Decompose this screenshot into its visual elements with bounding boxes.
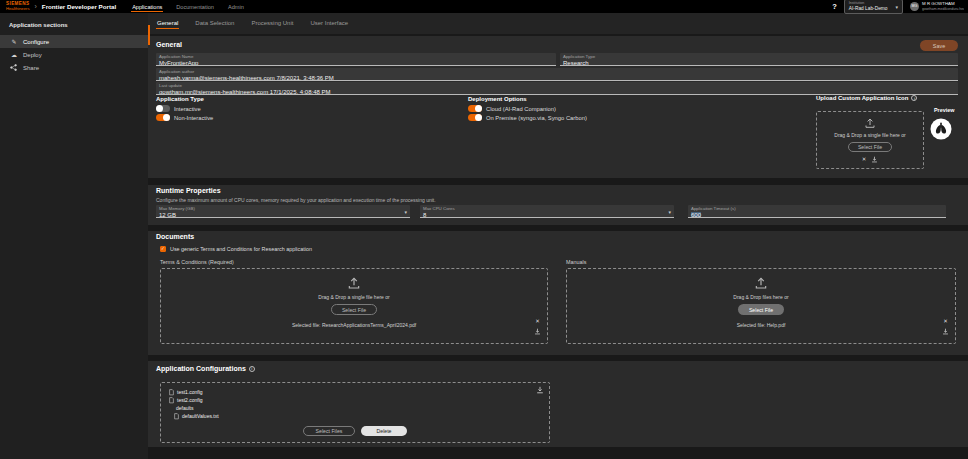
chevron-down-icon: ▾ xyxy=(895,4,898,10)
manuals-file-actions: ✕ xyxy=(942,319,949,335)
upload-icon xyxy=(754,276,768,290)
field-value: Research xyxy=(563,60,955,66)
upload-icon xyxy=(864,117,876,129)
help-icon[interactable]: ? xyxy=(832,2,837,11)
upload-icon-heading-row: Upload Custom Application Icon i xyxy=(816,95,917,101)
remove-file-icon[interactable]: ✕ xyxy=(862,157,867,163)
config-file-row[interactable]: test2.config xyxy=(169,397,549,404)
sidebar-item-share[interactable]: Share xyxy=(0,61,148,74)
icon-dropzone[interactable]: Drag & Drop a single file here or Select… xyxy=(816,111,924,169)
generic-terms-checkbox[interactable]: ✓ xyxy=(160,246,166,252)
config-file-row[interactable]: test1.config xyxy=(169,389,549,396)
select-files-button[interactable]: Select Files xyxy=(303,426,355,436)
tab-user-interface[interactable]: User Interface xyxy=(309,18,349,29)
sidebar-item-deploy[interactable]: ☁ Deploy xyxy=(0,48,148,61)
select-file-button[interactable]: Select File xyxy=(331,304,377,315)
config-files-dropzone[interactable]: test1.config test2.config defaults defau… xyxy=(160,382,550,443)
app-window: SIEMENS Healthineers › Frontier Develope… xyxy=(0,0,968,459)
remove-file-icon[interactable]: ✕ xyxy=(943,319,948,325)
download-all-icon[interactable] xyxy=(536,386,544,394)
check-icon: ✓ xyxy=(161,247,165,252)
remove-file-icon[interactable]: ✕ xyxy=(535,319,540,325)
download-file-icon[interactable] xyxy=(942,328,949,335)
config-buttons: Select Files Delete xyxy=(161,426,549,436)
application-name-field[interactable]: Application Name MyFrontierApp xyxy=(156,53,556,66)
institution-value: AI-Rad Lab-Demo xyxy=(849,6,888,12)
general-heading: General xyxy=(156,41,182,48)
interactive-toggle[interactable] xyxy=(156,105,170,112)
toggle-knob xyxy=(475,114,482,121)
tab-general[interactable]: General xyxy=(156,18,179,29)
logo-line2: Healthineers xyxy=(6,7,30,11)
chevron-right-icon: › xyxy=(35,3,37,10)
non-interactive-toggle[interactable] xyxy=(156,114,170,121)
config-file-name: test1.config xyxy=(177,389,203,395)
tab-data-selection[interactable]: Data Selection xyxy=(194,18,235,29)
max-cpu-cores-field[interactable]: Max CPU Cores 8 ▾ xyxy=(420,205,674,218)
icon-dropzone-actions: ✕ xyxy=(862,156,879,163)
chevron-down-icon[interactable]: ▾ xyxy=(404,209,407,215)
config-folder-row[interactable]: defaults xyxy=(169,405,549,412)
app-config-heading: Application Configurations xyxy=(156,365,246,372)
field-value: MyFrontierApp xyxy=(159,60,553,66)
general-panel: General Save Application Name MyFrontier… xyxy=(148,36,968,178)
save-button[interactable]: Save xyxy=(920,40,958,51)
info-icon[interactable]: i xyxy=(249,366,255,372)
config-file-row[interactable]: defaultValues.txt xyxy=(169,413,549,420)
upload-icon xyxy=(347,276,361,290)
nav-item-admin[interactable]: Admin xyxy=(227,2,245,12)
config-file-name: test2.config xyxy=(177,397,203,403)
runtime-description: Configure the maximum amount of CPU core… xyxy=(156,197,436,203)
selected-text: 600 xyxy=(691,212,701,218)
chevron-down-icon[interactable]: ▾ xyxy=(668,209,671,215)
sidebar-item-configure[interactable]: ✎ Configure xyxy=(0,35,148,48)
toggle-knob xyxy=(475,105,482,112)
share-icon xyxy=(10,64,18,71)
field-value: mahesh.varma@siemens-healthineers.com 7/… xyxy=(159,75,955,81)
terms-file-actions: ✕ xyxy=(534,319,541,335)
file-icon xyxy=(169,389,174,396)
sidebar-item-label: Deploy xyxy=(23,52,42,58)
sidebar-item-label: Configure xyxy=(23,39,49,45)
cloud-icon: ☁ xyxy=(10,52,18,58)
generic-terms-checkbox-row: ✓ Use generic Terms and Conditions for R… xyxy=(160,246,312,252)
application-timeout-field[interactable]: Application Timeout (s) 600 xyxy=(688,205,946,218)
select-file-button[interactable]: Select File xyxy=(738,304,784,315)
scroll-indicator[interactable] xyxy=(148,25,150,45)
sidebar: Application sections ✎ Configure ☁ Deplo… xyxy=(0,13,148,459)
tab-processing-unit[interactable]: Processing Unit xyxy=(250,18,294,29)
config-file-list: test1.config test2.config defaults defau… xyxy=(161,383,549,420)
download-file-icon[interactable] xyxy=(871,156,878,163)
nav-item-applications[interactable]: Applications xyxy=(131,2,163,12)
toggle-label: On Premise (syngo.via, Syngo Carbon) xyxy=(486,115,587,121)
documents-heading: Documents xyxy=(156,233,194,240)
selected-file-text: Selected file: ResearchApplicationsTerms… xyxy=(292,322,416,328)
config-folder-name: defaults xyxy=(176,405,194,411)
application-type-field[interactable]: Application Type Research xyxy=(560,53,958,66)
portal-title: Frontier Developer Portal xyxy=(42,3,116,10)
file-icon xyxy=(174,413,179,420)
top-nav: Applications Documentation Admin xyxy=(131,0,245,13)
app-config-heading-row: Application Configurations i xyxy=(156,365,255,372)
header-right: ? Institution AI-Rad Lab-Demo ▾ MG M R G… xyxy=(832,0,962,14)
field-value: 8 xyxy=(423,212,671,218)
institution-text: Institution AI-Rad Lab-Demo xyxy=(849,1,888,11)
sidebar-title: Application sections xyxy=(0,13,148,35)
on-premise-toggle[interactable] xyxy=(468,114,482,121)
max-memory-field[interactable]: Max Memory (GB) 12 GB ▾ xyxy=(156,205,410,218)
info-icon[interactable]: i xyxy=(911,95,917,101)
select-file-button[interactable]: Select File xyxy=(848,142,892,152)
terms-dropzone[interactable]: Drag & Drop a single file here or Select… xyxy=(160,268,548,344)
selected-file-text: Selected file: Help.pdf xyxy=(737,322,786,328)
download-file-icon[interactable] xyxy=(534,328,541,335)
user-menu[interactable]: MG M R GOWTHAM gowtham.medikonduru.heal.… xyxy=(910,1,962,11)
institution-dropdown[interactable]: Institution AI-Rad Lab-Demo ▾ xyxy=(844,0,903,14)
terms-label: Terms & Conditions (Required) xyxy=(160,259,234,265)
nav-item-documentation[interactable]: Documentation xyxy=(175,2,215,12)
toggle-label: Non-Interactive xyxy=(174,115,213,121)
delete-button[interactable]: Delete xyxy=(361,426,407,436)
cloud-toggle[interactable] xyxy=(468,105,482,112)
toggle-row-cloud: Cloud (AI-Rad Companion) xyxy=(468,105,556,112)
manuals-dropzone[interactable]: Drag & Drop files here or Select File Se… xyxy=(566,268,956,344)
checkbox-label: Use generic Terms and Conditions for Res… xyxy=(170,246,312,252)
